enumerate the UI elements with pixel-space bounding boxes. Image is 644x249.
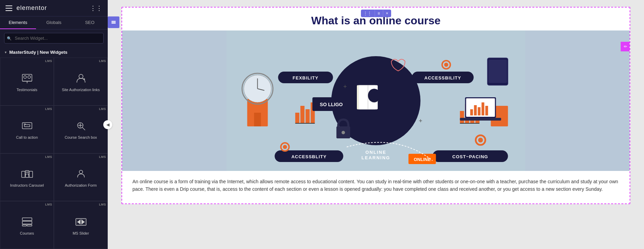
widget-courses-label: Courses [20,231,34,236]
elementor-logo: elementor [16,4,47,12]
widget-instructors-carousel[interactable]: LMS Instructors Carousel [0,153,54,201]
svg-rect-85 [485,106,488,115]
svg-rect-30 [112,23,116,24]
toolbar-close[interactable]: × [383,10,391,17]
widget-call-to-action[interactable]: LMS Call to action [0,105,54,153]
tab-globals[interactable]: Globals [36,16,72,29]
svg-rect-48 [301,106,305,123]
svg-point-2 [28,76,31,78]
svg-point-67 [444,63,448,67]
svg-rect-81 [470,109,473,115]
svg-text:LEARNING: LEARNING [362,155,390,160]
widget-courses[interactable]: LMS Courses [0,201,54,249]
svg-point-36 [368,89,380,102]
svg-text:FEXBILITY: FEXBILITY [293,75,318,80]
tab-seo[interactable]: SEO [72,16,108,29]
widget-testimonials-label: Testimonials [16,87,37,92]
widget-auth-form-label: Authorization Form [65,183,97,188]
svg-point-71 [478,138,483,142]
svg-rect-52 [460,111,464,123]
svg-rect-80 [460,118,501,121]
svg-rect-21 [22,221,32,224]
svg-marker-26 [82,220,84,224]
widget-course-search[interactable]: LMS Course Search box [54,105,108,153]
svg-rect-17 [29,171,33,177]
page-frame: ✏ What is an online course [121,7,630,204]
svg-rect-23 [27,225,32,226]
courses-icon [20,215,34,229]
svg-text:ACCESSBILITY: ACCESSBILITY [424,75,461,80]
widgets-grid: LMS Testimonials LMS [0,58,108,249]
widget-ms-slider[interactable]: LMS MS Slider [54,201,108,249]
search-wrap [4,33,104,43]
auth-form-icon [74,167,88,181]
svg-rect-58 [254,113,261,126]
hamburger-icon[interactable] [5,5,12,11]
svg-rect-83 [478,107,481,115]
svg-rect-77 [489,60,507,83]
svg-point-19 [79,170,83,174]
edit-corner-button[interactable]: ✏ [621,42,630,51]
widget-course-search-label: Course Search box [65,135,97,140]
section-handle[interactable] [108,16,119,28]
svg-rect-28 [112,21,116,22]
course-search-icon [74,119,88,133]
toolbar-move[interactable]: ⋮⋮ [361,10,375,17]
svg-rect-22 [22,225,26,226]
svg-rect-8 [22,123,32,129]
svg-rect-82 [474,105,477,115]
svg-text:ACCESSBLITY: ACCESSBLITY [291,154,327,159]
svg-rect-49 [306,109,310,123]
testimonials-icon [20,72,34,85]
svg-rect-29 [112,22,116,23]
ms-slider-icon [74,215,88,229]
svg-point-5 [79,74,83,78]
svg-rect-20 [22,218,32,221]
hero-image: ONLINE LEARNING ACCESSBILITY FEXBILITY A… [122,30,630,171]
search-input[interactable] [4,33,104,43]
widget-cta-label: Call to action [16,135,38,140]
header-left: elementor [5,4,47,12]
svg-rect-56 [460,123,480,124]
svg-rect-47 [295,113,300,123]
site-auth-icon [74,72,88,85]
instructors-carousel-icon [20,167,34,181]
svg-rect-51 [295,123,315,124]
svg-rect-15 [22,171,25,177]
widget-site-auth-links[interactable]: LMS Site Authorization links [54,58,108,105]
widget-testimonials[interactable]: LMS Testimonials [0,58,54,105]
widget-toolbar: ⋮⋮ ≡ × [361,10,391,17]
svg-point-65 [342,131,345,134]
svg-text:+: + [419,117,423,124]
svg-text:+: + [343,83,347,90]
page-body-text: An online course is a form of training v… [132,178,619,193]
svg-point-1 [24,76,26,78]
widget-authorization-form[interactable]: LMS Authorization Form [54,153,108,201]
sidebar-search-area [0,29,108,47]
widget-auth-links-label: Site Authorization links [62,87,100,92]
canvas-area: ⋮⋮ ≡ × ✏ What is an online course [108,0,644,249]
svg-text:COST~PACING: COST~PACING [452,154,488,159]
widget-ms-slider-label: MS Slider [73,231,89,236]
cta-icon [20,119,34,133]
svg-point-69 [283,145,287,149]
toolbar-settings[interactable]: ≡ [375,10,383,17]
sidebar: elementor ⋮⋮ Elements Globals SEO Master… [0,0,108,249]
tab-elements[interactable]: Elements [0,16,36,29]
svg-rect-84 [482,102,484,115]
svg-text:ONLINE: ONLINE [414,157,431,162]
grid-icon[interactable]: ⋮⋮ [90,4,102,12]
svg-marker-25 [78,220,80,224]
sidebar-tabs: Elements Globals SEO [0,16,108,29]
svg-text:SO LLIGO: SO LLIGO [320,102,343,107]
section-title: MasterStudy | New Widgets [0,47,108,58]
widget-instructors-carousel-label: Instructors Carousel [10,183,44,188]
main-content: ⋮⋮ ≡ × ✏ What is an online course [108,0,644,249]
svg-line-12 [82,127,85,130]
collapse-sidebar-button[interactable]: ◀ [103,120,112,129]
svg-text:ONLINE: ONLINE [365,150,386,155]
content-text: An online course is a form of training v… [122,171,630,203]
sidebar-header: elementor ⋮⋮ [0,0,108,16]
svg-point-18 [26,172,28,173]
svg-rect-9 [24,125,30,127]
